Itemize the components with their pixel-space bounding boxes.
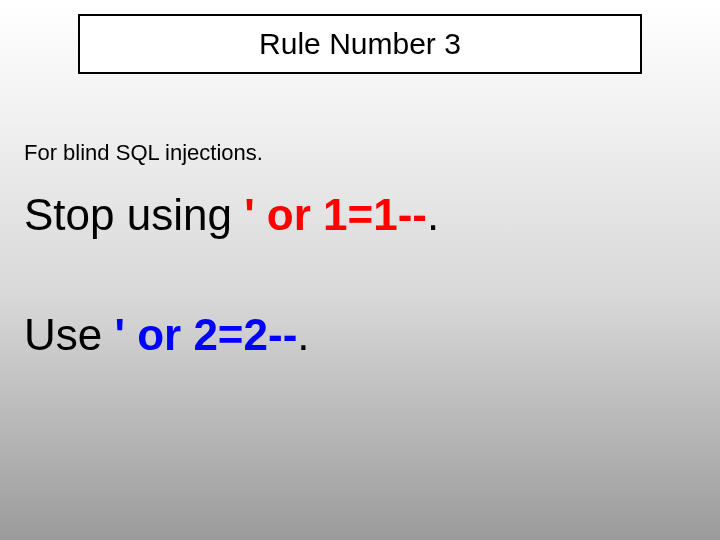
slide: Rule Number 3 For blind SQL injections. … [0,0,720,540]
subtitle-text: For blind SQL injections. [24,140,263,166]
line2-prefix: Use [24,310,114,359]
line1-prefix: Stop using [24,190,244,239]
line1-suffix: . [427,190,439,239]
title-box: Rule Number 3 [78,14,642,74]
slide-title: Rule Number 3 [259,27,461,61]
line2-suffix: . [297,310,309,359]
body-line-1: Stop using ' or 1=1--. [24,190,439,240]
line2-highlight: ' or 2=2-- [114,310,297,359]
line1-highlight: ' or 1=1-- [244,190,427,239]
body-line-2: Use ' or 2=2--. [24,310,310,360]
